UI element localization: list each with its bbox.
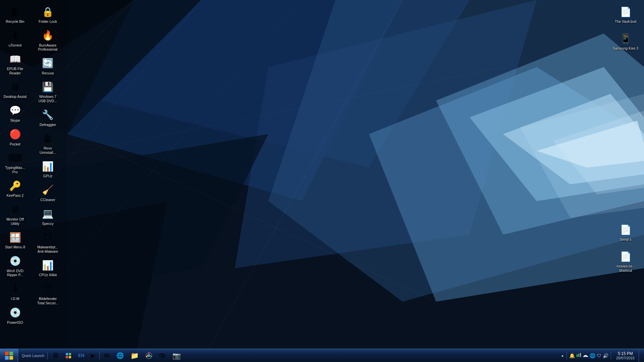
desktop-icon-idm[interactable]: ⬇ I.D.M	[2, 281, 29, 303]
taskbar-items: Quick Launch 🖥 EN ▶ ✉ 🌐 📁	[18, 349, 558, 362]
desktop-icon-typingmaster-pro[interactable]: ⌨ TypingMas... Pro	[2, 149, 29, 176]
tray-sep-3	[567, 352, 567, 360]
desktop-icon-windows7-usb[interactable]: 💾 Windows 7 USB DVD...	[35, 78, 61, 105]
icon-img-monitor-off-utility: 🖥	[8, 203, 22, 216]
icon-label-epub-file-reader: EPUB File Reader	[3, 67, 27, 75]
desktop-icon-samsung-kies[interactable]: 📱 Samsung Kies 3	[610, 30, 641, 52]
taskbar-monitor-btn[interactable]: 🖥	[49, 350, 61, 361]
taskbar-grid-btn[interactable]	[63, 350, 74, 361]
desktop-icon-pocket[interactable]: 🔴 Pocket	[2, 126, 29, 148]
icon-img-ccleaner: 🧹	[41, 183, 55, 197]
svg-rect-28	[69, 353, 71, 355]
icon-label-recycle-bin: Recycle Bin	[6, 19, 24, 24]
icon-img-gpuz: 📊	[41, 160, 55, 173]
taskbar-camera-btn[interactable]: 📷	[170, 350, 183, 361]
desktop-icon-keepass2[interactable]: 🔑 KeePass 2	[2, 177, 29, 199]
desktop-icon-bitdefender[interactable]: 🛡 Bitdefender Total Securi...	[35, 281, 61, 307]
icon-label-defraggler: Defraggler	[40, 123, 56, 127]
taskbar-ie-btn[interactable]: 🌐	[114, 350, 126, 361]
icon-img-windows7-usb: 💾	[41, 80, 55, 94]
desktop-icon-recuva[interactable]: 🔄 Recuva	[35, 55, 61, 77]
icon-label-movies-shortcut: movies.txt - Shortcut	[612, 264, 639, 273]
taskbar-chrome-btn[interactable]	[143, 350, 155, 361]
icon-img-movies-shortcut: 📄	[619, 250, 632, 263]
icon-img-folder-lock: 🔒	[41, 5, 55, 18]
svg-rect-26	[9, 356, 13, 360]
icon-label-poweriso: PowerISO	[7, 320, 23, 325]
desktop-icon-skype[interactable]: 💬 Skype	[2, 102, 29, 124]
desktop-icon-ccleaner[interactable]: 🧹 CCleaner	[35, 182, 61, 204]
icon-label-windows7-usb: Windows 7 USB DVD...	[36, 95, 60, 103]
icon-img-speccy: 💻	[41, 207, 55, 221]
svg-rect-34	[578, 354, 579, 357]
icon-img-start-menu-8: 🪟	[8, 231, 22, 244]
desktop-icon-poweriso[interactable]: 💿 PowerISO	[2, 304, 29, 326]
icon-label-folder-lock: Folder Lock	[39, 19, 57, 24]
icon-label-idm: I.D.M	[11, 297, 19, 301]
icon-label-burnaware: BurnAware Professional	[36, 43, 60, 52]
desktop-icon-folder-lock[interactable]: 🔒 Folder Lock	[35, 3, 61, 25]
icon-img-skype: 💬	[8, 104, 22, 117]
tray-icon-4[interactable]: 🌐	[590, 353, 595, 358]
icon-label-malwarebytes: Malwarebyt... Anti-Malware	[36, 245, 60, 253]
taskbar: Quick Launch 🖥 EN ▶ ✉ 🌐 📁	[0, 349, 644, 362]
icon-label-serial-s: Serial s	[620, 237, 631, 242]
icon-img-utorrent: ⬇	[8, 29, 22, 42]
tray-icon-2[interactable]	[576, 353, 582, 358]
icon-label-skype: Skype	[10, 118, 20, 123]
desktop-icon-burnaware[interactable]: 🔥 BurnAware Professional	[35, 27, 61, 53]
desktop-icon-epub-file-reader[interactable]: 📖 EPUB File Reader	[2, 51, 29, 77]
icon-label-desktop-assist: Desktop Assist	[4, 95, 27, 99]
svg-rect-27	[66, 353, 68, 355]
icon-img-recuva: 🔄	[41, 57, 55, 70]
desktop-icon-malwarebytes[interactable]: 🛡 Malwarebyt... Anti-Malware	[35, 229, 61, 255]
icon-img-samsung-kies: 📱	[619, 32, 632, 45]
icon-label-samsung-kies: Samsung Kies 3	[613, 46, 638, 51]
desktop-icon-utorrent[interactable]: ⬇ uTorrent	[2, 27, 29, 49]
icon-label-utorrent: uTorrent	[9, 43, 22, 48]
desktop-icon-winx-dvd-ripper[interactable]: 💿 WinX DVD Ripper P...	[2, 253, 29, 279]
taskbar-lang-btn[interactable]: EN	[75, 350, 87, 361]
tray-expand[interactable]: ▲	[561, 354, 564, 357]
icon-label-the-vault: The Vault.bvd	[615, 19, 636, 24]
desktop-icon-defraggler[interactable]: 🔧 Defraggler	[35, 107, 61, 129]
clock-area[interactable]: 5:15 PM 29/07/2015	[613, 351, 637, 361]
icon-img-desktop-assist: 🖥	[8, 80, 22, 94]
show-desktop-button[interactable]	[639, 349, 641, 362]
tray-icon-5[interactable]: 🛡	[597, 353, 601, 358]
icon-img-keepass2: 🔑	[8, 179, 22, 192]
svg-rect-30	[69, 356, 71, 358]
icon-label-winx-dvd-ripper: WinX DVD Ripper P...	[3, 269, 27, 277]
svg-rect-29	[66, 356, 68, 358]
right-icons-container	[600, 0, 644, 349]
start-button[interactable]	[0, 349, 18, 362]
desktop-icons-container: 🗑 Recycle Bin ⬇ uTorrent 📖 EPUB File Rea…	[0, 0, 67, 349]
desktop-icon-gpuz[interactable]: 📊 GPUz	[35, 158, 61, 180]
taskbar-mail-btn[interactable]: ✉	[101, 350, 112, 361]
icon-img-the-vault: 📄	[619, 5, 632, 18]
icon-label-bitdefender: Bitdefender Total Securi...	[36, 297, 60, 305]
desktop-icon-movies-shortcut[interactable]: 📄 movies.txt - Shortcut	[610, 248, 641, 274]
svg-rect-24	[9, 352, 13, 355]
svg-rect-35	[580, 353, 581, 357]
tray-icon-3[interactable]	[583, 353, 588, 358]
clock-time: 5:15 PM	[618, 351, 633, 356]
icon-label-cpuz-64bit: CPUz 64bit	[39, 273, 57, 277]
icon-img-idm: ⬇	[8, 282, 22, 296]
desktop-icon-cpuz-64bit[interactable]: 📊 CPUz 64bit	[35, 257, 61, 279]
desktop-icon-the-vault[interactable]: 📄 The Vault.bvd	[610, 3, 641, 25]
taskbar-folder-btn[interactable]: 📁	[128, 350, 142, 361]
tray-icon-6[interactable]: 🔊	[603, 353, 608, 358]
taskbar-cmd-btn[interactable]: ▶	[88, 350, 98, 361]
icon-img-pocket: 🔴	[8, 128, 22, 141]
desktop-icon-speccy[interactable]: 💻 Speccy	[35, 205, 61, 228]
desktop-icon-revo-uninstall[interactable]: 🗑 Revo Uninstall...	[35, 130, 61, 156]
desktop-icon-desktop-assist[interactable]: 🖥 Desktop Assist	[2, 78, 29, 101]
taskbar-store-btn[interactable]: 🛍	[156, 350, 168, 361]
desktop-icon-start-menu-8[interactable]: 🪟 Start Menu 8	[2, 229, 29, 251]
desktop-icon-monitor-off-utility[interactable]: 🖥 Monitor Off Utility	[2, 201, 29, 227]
tray-icon-1[interactable]: 🔔	[569, 353, 575, 358]
desktop-icon-serial-s[interactable]: 📄 Serial s	[610, 221, 641, 243]
desktop-icon-recycle-bin[interactable]: 🗑 Recycle Bin	[2, 3, 29, 25]
icon-img-burnaware: 🔥	[41, 29, 55, 42]
